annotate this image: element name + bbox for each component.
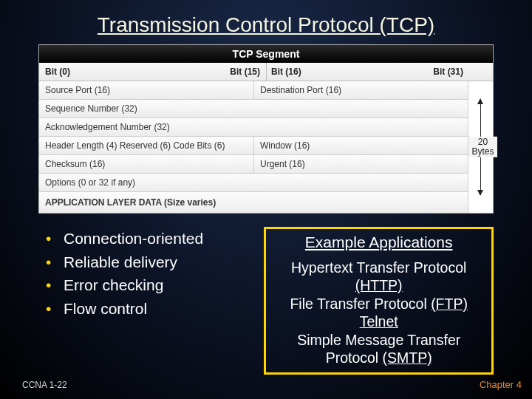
app-smtp-name: Simple Message Transfer Protocol [297, 332, 460, 366]
bit-ruler: Bit (0) Bit (15) Bit (16) Bit (31) [39, 63, 493, 81]
header-bytes-label: 20 Bytes [468, 137, 497, 157]
bullet-text: Flow control [64, 297, 147, 321]
segment-fields: Source Port (16) Destination Port (16) S… [39, 81, 468, 213]
slide-title: Transmission Control Protocol (TCP) [0, 0, 532, 44]
list-item: • Error checking [38, 273, 248, 297]
app-telnet: Telnet [360, 313, 398, 330]
bit-label-0: Bit (0) [39, 63, 221, 81]
bullet-text: Error checking [64, 273, 163, 297]
bullet-text: Reliable delivery [64, 250, 177, 274]
field-seq-number: Sequence Number (32) [39, 100, 468, 117]
row-ack: Acknowledgement Number (32) [39, 117, 468, 136]
field-appdata: APPLICATION LAYER DATA (Size varies) [39, 192, 468, 213]
app-ftp-name: File Transfer Protocol [290, 296, 431, 312]
tcp-segment-diagram: TCP Segment Bit (0) Bit (15) Bit (16) Bi… [38, 44, 494, 214]
row-appdata: APPLICATION LAYER DATA (Size varies) [39, 191, 468, 213]
header-size-indicator: 20 Bytes [468, 81, 493, 213]
bit-label-16: Bit (16) [266, 63, 357, 81]
footer-chapter: Chapter 4 [480, 379, 522, 390]
field-source-port: Source Port (16) [39, 81, 253, 99]
row-ports: Source Port (16) Destination Port (16) [39, 81, 468, 99]
panel-title: Example Applications [270, 233, 487, 251]
app-http-name: Hypertext Transfer Protocol [291, 259, 466, 276]
bit-label-15: Bit (15) [221, 63, 266, 81]
bullet-icon: • [38, 297, 64, 321]
field-hlen-res-code: Header Length (4) Reserved (6) Code Bits… [39, 137, 253, 154]
bit-label-31: Bit (31) [357, 63, 493, 81]
row-options: Options (0 or 32 if any) [39, 173, 468, 191]
field-options: Options (0 or 32 if any) [39, 174, 468, 191]
app-ftp-abbr: (FTP) [431, 296, 468, 312]
diagram-caption: TCP Segment [39, 45, 493, 63]
field-ack-number: Acknowledgement Number (32) [39, 118, 468, 136]
row-hlen-window: Header Length (4) Reserved (6) Code Bits… [39, 136, 468, 154]
row-seq: Sequence Number (32) [39, 99, 468, 117]
app-http-abbr: (HTTP) [355, 277, 403, 293]
list-item: • Reliable delivery [38, 250, 248, 274]
bullet-icon: • [38, 250, 64, 274]
list-item: • Connection-oriented [38, 227, 248, 250]
list-item: • Flow control [38, 297, 248, 321]
feature-bullets: • Connection-oriented • Reliable deliver… [38, 227, 248, 320]
app-smtp-abbr: (SMTP) [383, 349, 432, 366]
row-checksum-urgent: Checksum (16) Urgent (16) [39, 154, 468, 173]
bullet-icon: • [38, 273, 64, 297]
footer-slide-id: CCNA 1-22 [22, 380, 67, 390]
field-urgent: Urgent (16) [253, 155, 468, 173]
field-dest-port: Destination Port (16) [253, 81, 468, 99]
example-applications-panel: Example Applications Hypertext Transfer … [264, 227, 494, 375]
field-window: Window (16) [253, 137, 468, 154]
bullet-icon: • [38, 227, 64, 250]
bullet-text: Connection-oriented [64, 227, 203, 250]
field-checksum: Checksum (16) [39, 155, 253, 173]
panel-body: Hypertext Transfer Protocol (HTTP) File … [270, 259, 487, 366]
